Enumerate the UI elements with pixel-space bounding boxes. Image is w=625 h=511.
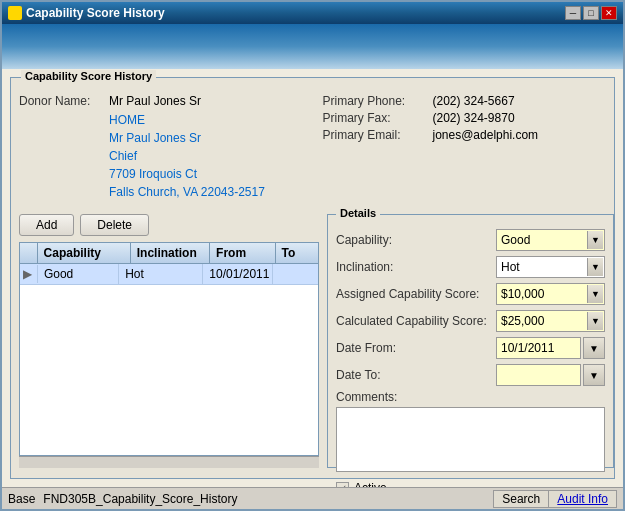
calculated-row: Calculated Capability Score: $25,000 ▼ [336,310,605,332]
details-panel: Details Capability: Good ▼ [327,214,614,468]
fax-value: (202) 324-9870 [433,111,515,125]
middle-section: Add Delete Capability Inclination From T… [19,214,606,468]
calculated-select[interactable]: $25,000 [496,310,605,332]
title-bar: Capability Score History ─ □ ✕ [2,2,623,24]
table-header: Capability Inclination From To [20,243,318,264]
window-title: Capability Score History [26,6,565,20]
capability-select[interactable]: Good [496,229,605,251]
date-to-input[interactable] [496,364,581,386]
main-content: Capability Score History Donor Name: Mr … [2,69,623,487]
address-line2: Mr Paul Jones Sr [109,129,303,147]
title-bar-buttons: ─ □ ✕ [565,6,617,20]
inclination-label: Inclination: [336,260,496,274]
date-from-picker-button[interactable]: ▼ [583,337,605,359]
phone-row: Primary Phone: (202) 324-5667 [323,94,607,108]
maximize-button[interactable]: □ [583,6,599,20]
th-capability: Capability [38,243,131,263]
date-to-picker-button[interactable]: ▼ [583,364,605,386]
audit-info-button[interactable]: Audit Info [548,490,617,508]
address-line5: Falls Church, VA 22043-2517 [109,183,303,201]
date-from-row: Date From: ▼ [336,337,605,359]
status-base-label: Base [8,492,35,506]
assigned-label: Assigned Capability Score: [336,287,496,301]
th-to: To [276,243,318,263]
group-legend: Capability Score History [21,70,156,82]
calculated-input-wrap: $25,000 ▼ [496,310,605,332]
capability-select-wrapper: Good ▼ [496,229,605,251]
table-body: ▶ Good Hot 10/01/2011 [20,264,318,285]
donor-name-label: Donor Name: [19,94,109,108]
button-row: Add Delete [19,214,319,236]
th-inclination: Inclination [131,243,210,263]
capability-table: Capability Inclination From To ▶ Good Ho… [19,242,319,456]
assigned-row: Assigned Capability Score: $10,000 ▼ [336,283,605,305]
address-line1: HOME [109,111,303,129]
date-to-label: Date To: [336,368,496,382]
details-legend: Details [336,207,380,219]
fax-row: Primary Fax: (202) 324-9870 [323,111,607,125]
delete-button[interactable]: Delete [80,214,149,236]
active-row: ✓ Active [336,481,605,487]
th-arrow [20,243,38,263]
address-line4: 7709 Iroquois Ct [109,165,303,183]
window-icon [8,6,22,20]
date-to-wrap: ▼ [496,364,605,386]
capability-input-wrap: Good ▼ [496,229,605,251]
scrollbar[interactable] [19,456,319,468]
row-from: 10/01/2011 [203,264,273,284]
donor-address: HOME Mr Paul Jones Sr Chief 7709 Iroquoi… [109,111,303,201]
capability-label: Capability: [336,233,496,247]
inclination-select[interactable]: Hot [496,256,605,278]
fax-label: Primary Fax: [323,111,433,125]
phone-label: Primary Phone: [323,94,433,108]
comments-label: Comments: [336,390,605,404]
close-button[interactable]: ✕ [601,6,617,20]
details-grid: Capability: Good ▼ [336,229,605,386]
main-window: Capability Score History ─ □ ✕ Capabilit… [0,0,625,511]
row-to [273,271,318,277]
inclination-input-wrap: Hot ▼ [496,256,605,278]
assigned-select-wrapper: $10,000 ▼ [496,283,605,305]
date-from-wrap: ▼ [496,337,605,359]
capability-score-history-group: Capability Score History Donor Name: Mr … [10,77,615,479]
calculated-select-wrapper: $25,000 ▼ [496,310,605,332]
donor-name-row: Donor Name: Mr Paul Jones Sr [19,94,303,108]
capability-row: Capability: Good ▼ [336,229,605,251]
calculated-label: Calculated Capability Score: [336,314,496,328]
status-form-name: FND305B_Capability_Score_History [43,492,493,506]
th-from: From [210,243,276,263]
assigned-select[interactable]: $10,000 [496,283,605,305]
date-to-row: Date To: ▼ [336,364,605,386]
row-arrow: ▶ [20,265,38,283]
row-capability: Good [38,264,119,284]
email-value: jones@adelphi.com [433,128,539,142]
table-row[interactable]: ▶ Good Hot 10/01/2011 [20,264,318,285]
search-button[interactable]: Search [493,490,548,508]
top-section: Donor Name: Mr Paul Jones Sr HOME Mr Pau… [19,94,606,206]
left-info: Donor Name: Mr Paul Jones Sr HOME Mr Pau… [19,94,303,206]
minimize-button[interactable]: ─ [565,6,581,20]
status-right-buttons: Search Audit Info [493,490,617,508]
add-button[interactable]: Add [19,214,74,236]
date-from-input[interactable] [496,337,581,359]
email-label: Primary Email: [323,128,433,142]
active-label: Active [354,481,387,487]
row-inclination: Hot [119,264,203,284]
email-row: Primary Email: jones@adelphi.com [323,128,607,142]
header-area [2,24,623,69]
comments-textarea[interactable] [336,407,605,472]
inclination-row: Inclination: Hot ▼ [336,256,605,278]
status-bar: Base FND305B_Capability_Score_History Se… [2,487,623,509]
right-info: Primary Phone: (202) 324-5667 Primary Fa… [323,94,607,206]
active-checkbox[interactable]: ✓ [336,482,349,488]
date-from-label: Date From: [336,341,496,355]
assigned-input-wrap: $10,000 ▼ [496,283,605,305]
donor-name-value: Mr Paul Jones Sr [109,94,201,108]
left-panel: Add Delete Capability Inclination From T… [19,214,319,468]
address-line3: Chief [109,147,303,165]
phone-value: (202) 324-5667 [433,94,515,108]
inclination-select-wrapper: Hot ▼ [496,256,605,278]
